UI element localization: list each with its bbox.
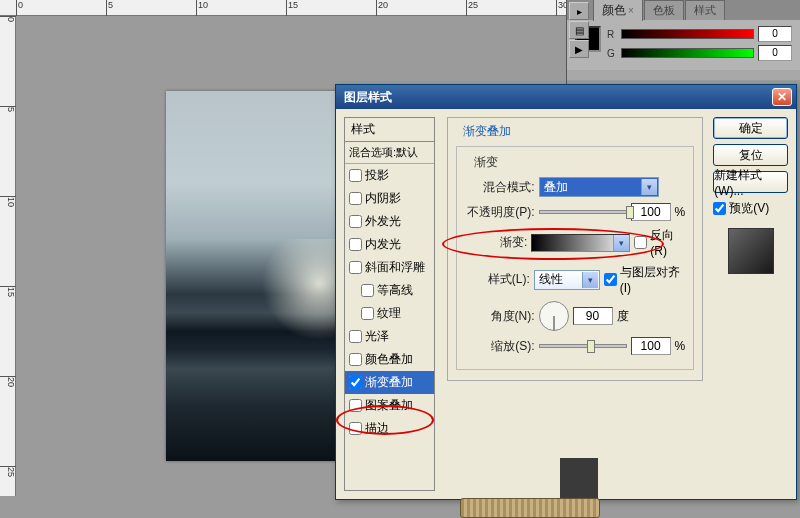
align-checkbox[interactable]: 与图层对齐(I) — [604, 264, 685, 295]
style-label: 样式(L): — [465, 271, 530, 288]
tab-color[interactable]: 颜色× — [593, 0, 643, 21]
effect-inner-shadow[interactable]: 内阴影 — [345, 187, 434, 210]
gradient-overlay-settings: 渐变叠加 渐变 混合模式: 叠加 ▾ 不透明度(P): 100 — [439, 109, 712, 499]
panel-play-icon[interactable]: ▶ — [569, 40, 589, 58]
effect-gradient-overlay[interactable]: 渐变叠加 — [345, 371, 434, 394]
tab-styles[interactable]: 样式 — [685, 0, 725, 20]
effect-texture[interactable]: 纹理 — [345, 302, 434, 325]
ruler-tick: 25 — [0, 466, 16, 477]
effect-bevel[interactable]: 斜面和浮雕 — [345, 256, 434, 279]
blend-mode-label: 混合模式: — [465, 179, 535, 196]
checkbox[interactable] — [349, 261, 362, 274]
effect-contour[interactable]: 等高线 — [345, 279, 434, 302]
ruler-tick: 15 — [0, 286, 16, 297]
scale-value[interactable]: 100 — [631, 337, 671, 355]
effect-satin[interactable]: 光泽 — [345, 325, 434, 348]
reverse-label: 反向(R) — [650, 227, 685, 258]
document-image[interactable] — [166, 91, 358, 461]
color-panel: R 0 G 0 — [567, 20, 800, 70]
chevron-down-icon: ▾ — [641, 179, 657, 195]
checkbox[interactable] — [349, 330, 362, 343]
blend-mode-select[interactable]: 叠加 ▾ — [539, 177, 659, 197]
group-title: 渐变叠加 — [460, 123, 514, 140]
chevron-down-icon: ▾ — [582, 272, 598, 288]
close-button[interactable]: ✕ — [772, 88, 792, 106]
effect-inner-glow[interactable]: 内发光 — [345, 233, 434, 256]
color-panel-tabs: 颜色× 色板 样式 — [567, 0, 800, 20]
effect-label: 渐变叠加 — [365, 374, 413, 391]
effect-label: 图案叠加 — [365, 397, 413, 414]
angle-value[interactable]: 90 — [573, 307, 613, 325]
checkbox[interactable] — [349, 192, 362, 205]
scale-unit: % — [675, 339, 686, 353]
checkbox[interactable] — [349, 169, 362, 182]
ruler-tick: 15 — [286, 0, 298, 16]
reset-button[interactable]: 复位 — [713, 144, 788, 166]
effect-pattern-overlay[interactable]: 图案叠加 — [345, 394, 434, 417]
styles-list: 样式 混合选项:默认 投影 内阴影 外发光 内发光 斜面和浮雕 等高线 纹理 光… — [344, 117, 435, 491]
close-icon[interactable]: × — [628, 5, 634, 16]
effect-label: 描边 — [365, 420, 389, 437]
new-style-button[interactable]: 新建样式(W)... — [713, 171, 788, 193]
panel-histogram-icon[interactable]: ▤ — [569, 21, 589, 39]
opacity-slider[interactable] — [539, 210, 627, 214]
blend-mode-value: 叠加 — [544, 179, 568, 196]
checkbox[interactable] — [349, 215, 362, 228]
checkbox[interactable] — [349, 399, 362, 412]
checkbox[interactable] — [349, 376, 362, 389]
effect-drop-shadow[interactable]: 投影 — [345, 164, 434, 187]
r-value[interactable]: 0 — [758, 26, 792, 42]
style-select[interactable]: 线性 ▾ — [534, 270, 600, 290]
gradient-label: 渐变: — [465, 234, 528, 251]
effect-label: 等高线 — [377, 282, 413, 299]
effect-label: 投影 — [365, 167, 389, 184]
gradient-picker[interactable]: ▾ — [531, 234, 630, 252]
ruler-tick: 0 — [16, 0, 23, 16]
opacity-value[interactable]: 100 — [631, 203, 671, 221]
angle-label: 角度(N): — [465, 308, 535, 325]
ruler-tick: 20 — [0, 376, 16, 387]
checkbox[interactable] — [349, 353, 362, 366]
effect-color-overlay[interactable]: 颜色叠加 — [345, 348, 434, 371]
effect-stroke[interactable]: 描边 — [345, 417, 434, 440]
ruler-tick: 5 — [0, 106, 16, 112]
layer-style-dialog: 图层样式 ✕ 样式 混合选项:默认 投影 内阴影 外发光 内发光 斜面和浮雕 等… — [335, 84, 797, 500]
dialog-buttons: 确定 复位 新建样式(W)... 预览(V) — [711, 109, 796, 499]
preview-checkbox[interactable]: 预览(V) — [713, 200, 788, 217]
effect-label: 斜面和浮雕 — [365, 259, 425, 276]
r-slider[interactable] — [621, 29, 754, 39]
ruler-tick: 20 — [376, 0, 388, 16]
tab-label: 颜色 — [602, 3, 626, 17]
checkbox[interactable] — [349, 238, 362, 251]
effect-label: 内阴影 — [365, 190, 401, 207]
angle-dial[interactable] — [539, 301, 569, 331]
checkbox[interactable] — [634, 236, 647, 249]
g-value[interactable]: 0 — [758, 45, 792, 61]
checkbox[interactable] — [361, 307, 374, 320]
checkbox[interactable] — [361, 284, 374, 297]
g-slider[interactable] — [621, 48, 754, 58]
styles-header[interactable]: 样式 — [345, 118, 434, 142]
reverse-checkbox[interactable]: 反向(R) — [634, 227, 685, 258]
opacity-unit: % — [675, 205, 686, 219]
ruler-vertical: 0 5 10 15 20 25 — [0, 16, 16, 496]
g-label: G — [607, 48, 617, 59]
checkbox[interactable] — [713, 202, 726, 215]
checkbox[interactable] — [349, 422, 362, 435]
ok-button[interactable]: 确定 — [713, 117, 788, 139]
effect-label: 外发光 — [365, 213, 401, 230]
bottom-decorative-strip — [460, 498, 600, 518]
panel-collapse-icon[interactable]: ▸ — [569, 2, 589, 20]
ruler-tick: 10 — [0, 196, 16, 207]
scale-slider[interactable] — [539, 344, 627, 348]
effect-label: 颜色叠加 — [365, 351, 413, 368]
ruler-tick: 25 — [466, 0, 478, 16]
ruler-tick: 10 — [196, 0, 208, 16]
opacity-label: 不透明度(P): — [465, 204, 535, 221]
r-label: R — [607, 29, 617, 40]
blending-options-item[interactable]: 混合选项:默认 — [345, 142, 434, 164]
tab-swatches[interactable]: 色板 — [644, 0, 684, 20]
dialog-titlebar[interactable]: 图层样式 ✕ — [336, 85, 796, 109]
checkbox[interactable] — [604, 273, 617, 286]
effect-outer-glow[interactable]: 外发光 — [345, 210, 434, 233]
